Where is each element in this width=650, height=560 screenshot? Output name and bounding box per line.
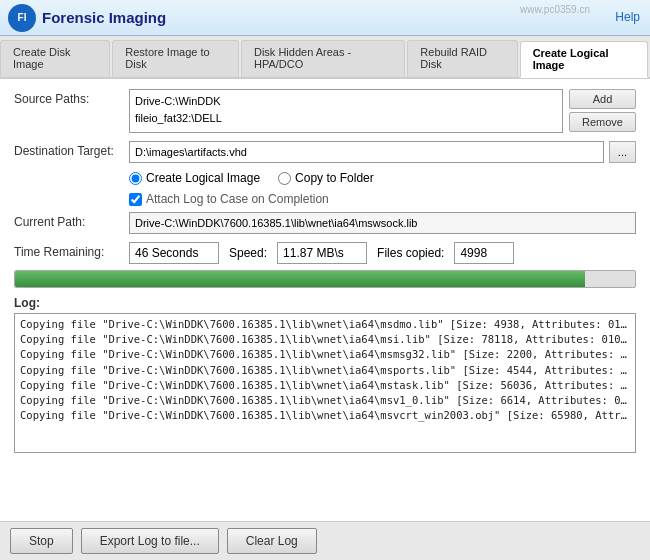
export-log-button[interactable]: Export Log to file... [81, 528, 219, 554]
log-entry-2: Copying file "Drive-C:\WinDDK\7600.16385… [20, 347, 630, 362]
clear-log-button[interactable]: Clear Log [227, 528, 317, 554]
destination-input[interactable] [129, 141, 604, 163]
tab-create-disk[interactable]: Create Disk Image [0, 40, 110, 77]
source-paths-row: Source Paths: Drive-C:\WinDDK fileio_fat… [14, 89, 636, 133]
radio-options: Create Logical Image Copy to Folder [129, 171, 392, 185]
log-section-label: Log: [14, 296, 636, 310]
radio-copy-to-folder-label[interactable]: Copy to Folder [278, 171, 374, 185]
browse-button[interactable]: ... [609, 141, 636, 163]
destination-label: Destination Target: [14, 141, 129, 158]
help-link[interactable]: Help [615, 10, 640, 24]
files-copied-label: Files copied: [377, 246, 444, 260]
log-entry-6: Copying file "Drive-C:\WinDDK\7600.16385… [20, 408, 630, 423]
checkbox-row: Attach Log to Case on Completion [129, 192, 636, 206]
log-entry-1: Copying file "Drive-C:\WinDDK\7600.16385… [20, 332, 630, 347]
log-box[interactable]: Copying file "Drive-C:\WinDDK\7600.16385… [14, 313, 636, 453]
source-paths-buttons: Add Remove [569, 89, 636, 132]
source-path-1: Drive-C:\WinDDK [135, 93, 557, 110]
destination-row: Destination Target: ... [14, 141, 636, 163]
files-copied-value [454, 242, 514, 264]
title-bar: FI Forensic Imaging www.pc0359.cn Help [0, 0, 650, 36]
bottom-bar: Stop Export Log to file... Clear Log [0, 521, 650, 560]
attach-log-label[interactable]: Attach Log to Case on Completion [129, 192, 329, 206]
time-remaining-value [129, 242, 219, 264]
speed-value [277, 242, 367, 264]
source-paths-label: Source Paths: [14, 89, 129, 106]
tabs-bar: Create Disk Image Restore Image to Disk … [0, 36, 650, 79]
progress-bar-fill [15, 271, 585, 287]
radio-row: Create Logical Image Copy to Folder [129, 171, 636, 189]
stats-row: Time Remaining: Speed: Files copied: [14, 242, 636, 264]
watermark: www.pc0359.cn [520, 4, 590, 15]
add-button[interactable]: Add [569, 89, 636, 109]
source-path-2: fileio_fat32:\DELL [135, 110, 557, 127]
log-entry-5: Copying file "Drive-C:\WinDDK\7600.16385… [20, 393, 630, 408]
current-path-label: Current Path: [14, 212, 129, 229]
attach-log-checkbox[interactable] [129, 193, 142, 206]
log-entry-4: Copying file "Drive-C:\WinDDK\7600.16385… [20, 378, 630, 393]
radio-copy-to-folder[interactable] [278, 172, 291, 185]
app-title: Forensic Imaging [42, 9, 166, 26]
current-path-input [129, 212, 636, 234]
destination-group: ... [129, 141, 636, 163]
tab-hidden-areas[interactable]: Disk Hidden Areas - HPA/DCO [241, 40, 405, 77]
radio-create-logical[interactable] [129, 172, 142, 185]
log-entry-3: Copying file "Drive-C:\WinDDK\7600.16385… [20, 363, 630, 378]
app-logo: FI [8, 4, 36, 32]
radio-create-logical-label[interactable]: Create Logical Image [129, 171, 260, 185]
speed-label: Speed: [229, 246, 267, 260]
tab-restore-image[interactable]: Restore Image to Disk [112, 40, 239, 77]
remove-button[interactable]: Remove [569, 112, 636, 132]
stop-button[interactable]: Stop [10, 528, 73, 554]
time-remaining-label: Time Remaining: [14, 242, 129, 259]
log-entry-0: Copying file "Drive-C:\WinDDK\7600.16385… [20, 317, 630, 332]
tab-rebuild-raid[interactable]: Rebuild RAID Disk [407, 40, 517, 77]
main-content: Source Paths: Drive-C:\WinDDK fileio_fat… [0, 79, 650, 560]
progress-bar-container [14, 270, 636, 288]
tab-create-logical[interactable]: Create Logical Image [520, 41, 648, 78]
current-path-row: Current Path: [14, 212, 636, 234]
source-paths-group: Drive-C:\WinDDK fileio_fat32:\DELL Add R… [129, 89, 636, 133]
source-paths-box[interactable]: Drive-C:\WinDDK fileio_fat32:\DELL [129, 89, 563, 133]
